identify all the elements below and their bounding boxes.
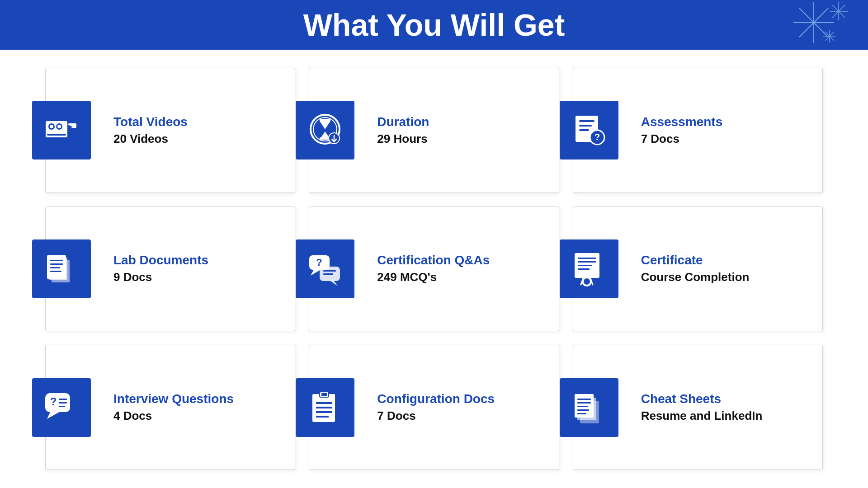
svg-rect-51 (578, 265, 592, 266)
card-cheat-sheets: Cheat Sheets Resume and LinkedIn (573, 345, 823, 470)
svg-marker-24 (320, 121, 330, 129)
svg-rect-77 (577, 413, 586, 414)
lab-documents-subtitle: 9 Docs (113, 270, 208, 284)
svg-rect-68 (316, 411, 332, 413)
card-configuration-docs: Configuration Docs 7 Docs (309, 345, 559, 470)
svg-rect-39 (50, 267, 60, 268)
card-certification-qas: ? Certification Q&As 249 MCQ's (309, 206, 559, 332)
svg-rect-37 (50, 260, 63, 261)
certificate-icon (571, 251, 607, 287)
svg-rect-65 (321, 393, 327, 396)
assessment-icon: ? (571, 112, 607, 148)
decoration-stars (760, 2, 850, 54)
duration-icon-box (296, 101, 354, 160)
certificate-subtitle: Course Completion (641, 270, 750, 284)
assessments-text: Assessments 7 Docs (641, 115, 723, 146)
cheat-sheets-text: Cheat Sheets Resume and LinkedIn (641, 392, 763, 423)
cheat-sheets-subtitle: Resume and LinkedIn (641, 409, 763, 423)
configuration-docs-text: Configuration Docs 7 Docs (377, 392, 495, 423)
header: What You Will Get (0, 0, 868, 50)
svg-point-54 (584, 278, 590, 285)
svg-text:?: ? (594, 132, 600, 142)
lab-documents-title: Lab Documents (113, 253, 208, 267)
interview-icon: ? (43, 389, 80, 426)
cards-grid: Total Videos 20 Videos (0, 50, 868, 488)
interview-questions-title: Interview Questions (113, 392, 234, 406)
svg-text:?: ? (50, 395, 57, 408)
certification-qas-title: Certification Q&As (377, 253, 490, 267)
cheat-sheets-title: Cheat Sheets (641, 392, 763, 406)
svg-marker-42 (311, 270, 321, 276)
certificate-text: Certificate Course Completion (641, 253, 750, 284)
total-videos-subtitle: 20 Videos (113, 132, 188, 146)
interview-questions-subtitle: 4 Docs (113, 409, 234, 423)
svg-point-14 (50, 125, 53, 128)
svg-rect-40 (50, 271, 61, 272)
configuration-docs-title: Configuration Docs (377, 392, 495, 406)
svg-rect-60 (59, 399, 67, 400)
svg-rect-31 (579, 129, 589, 131)
cheat-sheets-icon-box (560, 378, 618, 437)
svg-rect-76 (577, 409, 589, 411)
document-icon (43, 251, 80, 287)
certification-qas-text: Certification Q&As 249 MCQ's (377, 253, 490, 284)
total-videos-icon-box (32, 101, 91, 160)
card-interview-questions: ? Interview Questions 4 Docs (45, 345, 295, 470)
assessments-icon-box: ? (560, 101, 618, 160)
configuration-docs-icon-box (296, 378, 354, 437)
interview-questions-text: Interview Questions 4 Docs (113, 392, 234, 423)
assessments-title: Assessments (641, 115, 723, 129)
configuration-docs-subtitle: 7 Docs (377, 409, 495, 423)
svg-rect-49 (578, 258, 596, 259)
svg-rect-50 (578, 261, 596, 263)
certification-qas-icon-box: ? (296, 239, 354, 298)
lab-documents-text: Lab Documents 9 Docs (113, 253, 208, 284)
total-videos-text: Total Videos 20 Videos (113, 115, 188, 146)
card-certificate: Certificate Course Completion (573, 206, 823, 332)
svg-rect-47 (323, 273, 333, 275)
card-assessments: ? Assessments 7 Docs (573, 68, 823, 193)
svg-rect-30 (579, 125, 592, 127)
svg-rect-74 (577, 402, 591, 404)
lab-documents-icon-box (32, 239, 91, 298)
svg-rect-17 (47, 134, 66, 136)
certificate-icon-box (560, 239, 618, 298)
assessments-subtitle: 7 Docs (641, 132, 723, 146)
interview-questions-icon-box: ? (32, 378, 91, 437)
total-videos-title: Total Videos (113, 115, 188, 129)
svg-rect-73 (577, 399, 591, 400)
card-duration: Duration 29 Hours (309, 68, 559, 193)
card-total-videos: Total Videos 20 Videos (45, 68, 295, 193)
clock-icon (307, 112, 343, 148)
svg-rect-75 (577, 406, 588, 407)
duration-text: Duration 29 Hours (377, 115, 429, 146)
video-icon (43, 112, 80, 148)
svg-rect-29 (579, 120, 594, 122)
page-wrapper: What You Will Get (0, 0, 868, 488)
svg-rect-46 (323, 270, 336, 272)
svg-rect-52 (578, 268, 590, 270)
svg-rect-61 (59, 402, 67, 404)
svg-rect-69 (316, 416, 329, 418)
svg-text:?: ? (316, 257, 322, 268)
config-icon (307, 389, 343, 426)
card-lab-documents: Lab Documents 9 Docs (45, 206, 295, 332)
certification-qas-subtitle: 249 MCQ's (377, 270, 490, 284)
page-title: What You Will Get (303, 7, 565, 42)
certificate-title: Certificate (641, 253, 750, 267)
qa-icon: ? (307, 251, 343, 287)
svg-rect-62 (59, 406, 65, 407)
svg-rect-67 (316, 407, 332, 408)
svg-rect-38 (50, 263, 63, 265)
sheets-icon (571, 389, 607, 426)
svg-marker-58 (47, 412, 59, 419)
svg-marker-45 (330, 281, 338, 286)
svg-point-16 (57, 125, 61, 128)
duration-title: Duration (377, 115, 429, 129)
duration-subtitle: 29 Hours (377, 132, 429, 146)
svg-rect-66 (316, 402, 332, 404)
svg-rect-22 (320, 119, 330, 121)
